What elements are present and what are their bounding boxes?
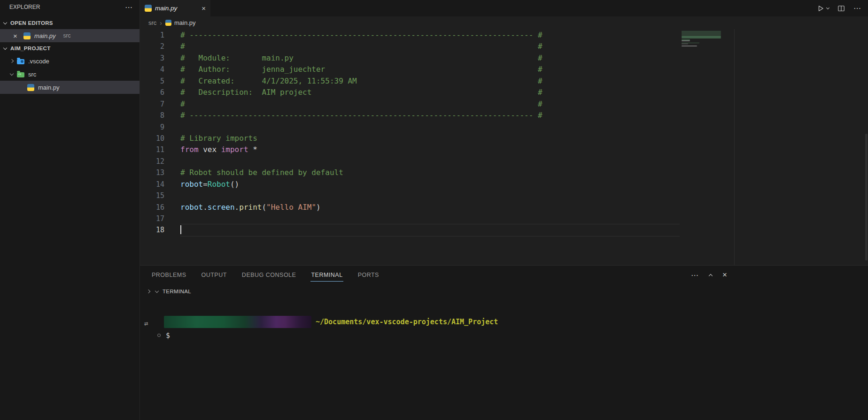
code-line[interactable]: 16robot.screen.print("Hello AIM") [140, 202, 868, 213]
code-line[interactable]: 15 [140, 190, 868, 201]
text-cursor [180, 225, 181, 234]
terminal-cwd-path: ~/Documents/vex-vscode-projects/AIM_Proj… [316, 318, 498, 326]
code-line[interactable]: 11from vex import * [140, 144, 868, 155]
code-text[interactable]: # Created: 4/1/2025, 11:55:39 AM # [180, 76, 542, 87]
panel-tab-terminal[interactable]: TERMINAL [310, 270, 343, 280]
line-number[interactable]: 4 [140, 64, 164, 75]
panel-tab-ports[interactable]: PORTS [357, 270, 380, 280]
open-editor-item-mainpy[interactable]: × main.py src [0, 29, 140, 42]
split-editor-icon[interactable] [837, 5, 845, 12]
terminal-body[interactable]: ⇄ ~/Documents/vex-vscode-projects/AIM_Pr… [140, 316, 868, 420]
line-number[interactable]: 3 [140, 53, 164, 64]
code-line[interactable]: 4# Author: jenna_juechter # [140, 64, 868, 75]
terminal-banner-line: ~/Documents/vex-vscode-projects/AIM_Proj… [164, 316, 868, 328]
scrollbar-thumb[interactable] [865, 134, 868, 260]
code-text[interactable] [180, 224, 680, 236]
explorer-more-icon[interactable]: ⋯ [125, 3, 133, 12]
code-text[interactable]: # Library imports [180, 133, 257, 144]
minimap[interactable] [681, 31, 726, 48]
open-editor-filename: main.py [34, 32, 56, 39]
terminal-title-label: TERMINAL [163, 289, 191, 294]
panel-more-actions-icon[interactable]: ⋯ [691, 271, 699, 280]
line-number[interactable]: 10 [140, 133, 164, 144]
line-number[interactable]: 5 [140, 76, 164, 87]
tree-item-src[interactable]: src [0, 68, 140, 81]
code-editor[interactable]: 1# -------------------------------------… [140, 29, 868, 265]
terminal-prompt: $ [166, 331, 170, 340]
code-line[interactable]: 17 [140, 213, 868, 224]
code-text[interactable]: from vex import * [180, 144, 257, 155]
line-number[interactable]: 8 [140, 110, 164, 121]
terminal-title[interactable]: TERMINAL [155, 289, 191, 294]
line-number[interactable]: 13 [140, 167, 164, 178]
terminal-device-sync-icon[interactable]: ⇄ [144, 320, 148, 327]
run-python-file-button[interactable] [817, 5, 829, 12]
python-file-icon [145, 5, 152, 12]
project-section-header[interactable]: AIM_PROJECT [0, 42, 140, 54]
close-icon[interactable]: × [202, 4, 206, 12]
line-number[interactable]: 14 [140, 179, 164, 190]
code-line[interactable]: 2# # [140, 41, 868, 52]
command-decoration-icon[interactable] [157, 334, 161, 337]
code-line[interactable]: 1# -------------------------------------… [140, 30, 868, 41]
code-line[interactable]: 12 [140, 156, 868, 167]
code-line[interactable]: 13# Robot should be defined by default [140, 167, 868, 178]
code-text[interactable]: # Description: AIM project # [180, 87, 542, 98]
python-file-icon [27, 84, 34, 91]
code-text[interactable]: # # [180, 99, 542, 110]
code-line[interactable]: 9 [140, 122, 868, 133]
line-number[interactable]: 12 [140, 156, 164, 167]
chevron-down-icon [155, 289, 159, 292]
minimap-line [682, 47, 726, 48]
close-icon[interactable]: × [13, 32, 20, 40]
code-text[interactable]: # --------------------------------------… [180, 30, 542, 41]
line-number[interactable]: 7 [140, 99, 164, 110]
line-number[interactable]: 16 [140, 202, 164, 213]
code-line[interactable]: 18 [140, 224, 868, 236]
code-line[interactable]: 6# Description: AIM project # [140, 87, 868, 98]
panel-tab-problems[interactable]: PROBLEMS [151, 270, 186, 280]
line-number[interactable]: 18 [140, 224, 164, 236]
panel-actions: ⋯ × [691, 266, 727, 284]
line-number[interactable]: 2 [140, 41, 164, 52]
code-line[interactable]: 10# Library imports [140, 133, 868, 144]
code-text[interactable]: # # [180, 41, 542, 52]
breadcrumb-file[interactable]: main.py [165, 19, 196, 26]
editor-main-column: main.py × ⋯ src › [140, 0, 868, 420]
code-line[interactable]: 5# Created: 4/1/2025, 11:55:39 AM # [140, 76, 868, 87]
panel-maximize-icon[interactable] [709, 274, 713, 278]
tree-item-mainpy-selected[interactable]: main.py [0, 81, 140, 94]
terminal-prompt-line[interactable]: $ [140, 330, 868, 341]
panel-tab-debug-console[interactable]: DEBUG CONSOLE [241, 270, 297, 280]
line-number[interactable]: 9 [140, 122, 164, 133]
line-number[interactable]: 1 [140, 30, 164, 41]
code-text[interactable]: robot.screen.print("Hello AIM") [180, 202, 321, 213]
code-text[interactable]: # Robot should be defined by default [180, 167, 343, 178]
code-text[interactable]: # Module: main.py # [180, 53, 542, 64]
explorer-title: EXPLORER [9, 4, 40, 10]
code-text[interactable]: # Author: jenna_juechter # [180, 64, 542, 75]
tab-label: main.py [155, 5, 177, 12]
code-line[interactable]: 8# -------------------------------------… [140, 110, 868, 121]
editor-more-actions-icon[interactable]: ⋯ [853, 4, 861, 13]
tree-item-label: main.py [38, 84, 60, 91]
code-text[interactable]: robot=Robot() [180, 179, 239, 190]
breadcrumb-folder[interactable]: src [148, 19, 156, 26]
open-editors-section-header[interactable]: OPEN EDITORS [0, 17, 140, 29]
breadcrumb: src › main.py [140, 16, 868, 29]
minimap-line [682, 42, 726, 43]
code-line[interactable]: 7# # [140, 99, 868, 110]
line-number[interactable]: 11 [140, 144, 164, 155]
code-line[interactable]: 3# Module: main.py # [140, 53, 868, 64]
tab-mainpy[interactable]: main.py × [140, 0, 210, 16]
code-line[interactable]: 14robot=Robot() [140, 179, 868, 190]
panel-tab-output[interactable]: OUTPUT [201, 270, 227, 280]
line-number[interactable]: 15 [140, 190, 164, 201]
line-number[interactable]: 6 [140, 87, 164, 98]
chevron-right-icon[interactable] [147, 290, 150, 293]
tree-item-vscode[interactable]: .vscode [0, 54, 140, 68]
code-area[interactable]: 1# -------------------------------------… [140, 30, 868, 236]
code-text[interactable]: # --------------------------------------… [180, 110, 542, 121]
line-number[interactable]: 17 [140, 213, 164, 224]
panel-close-icon[interactable]: × [722, 270, 727, 280]
